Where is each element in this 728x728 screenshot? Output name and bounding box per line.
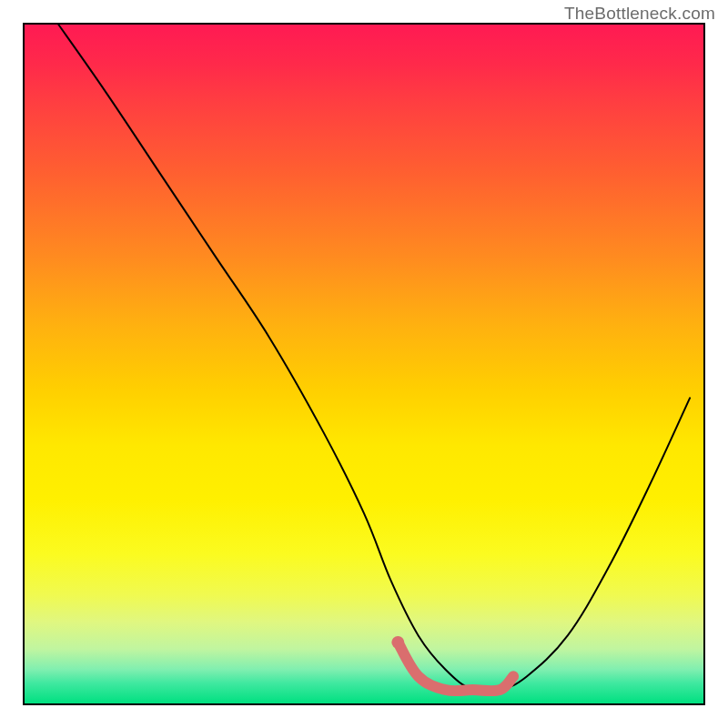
watermark-text: TheBottleneck.com: [564, 4, 715, 24]
highlight-region: [391, 636, 513, 691]
svg-point-0: [391, 636, 404, 649]
chart-svg: [25, 25, 703, 703]
chart-frame: [23, 23, 705, 705]
bottleneck-curve: [58, 25, 690, 693]
